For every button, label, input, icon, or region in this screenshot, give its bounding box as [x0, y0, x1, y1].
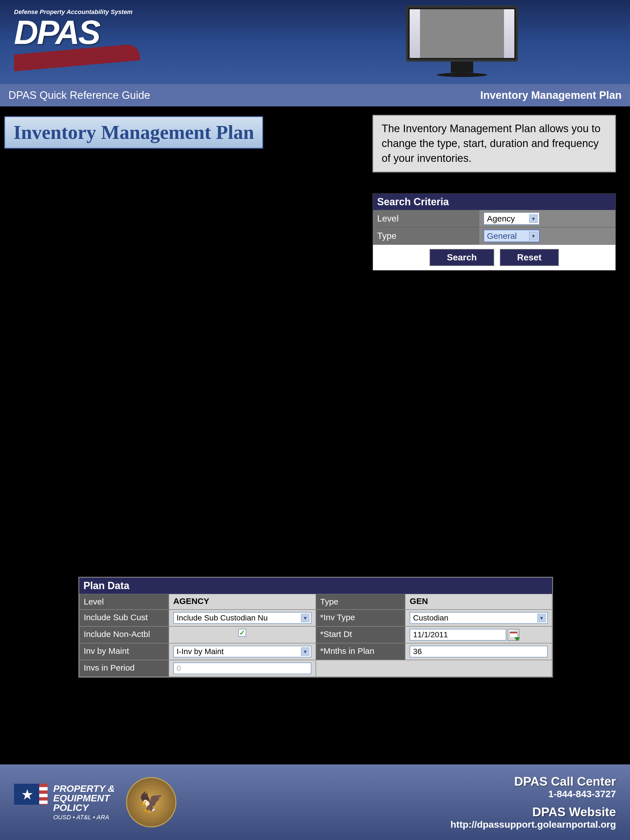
- inv-type-label: *Inv Type: [316, 609, 406, 626]
- mnths-in-plan-input[interactable]: 36: [410, 646, 548, 657]
- include-sub-cust-value: Include Sub Custodian Nu ▾: [169, 609, 316, 626]
- empty-cell: [316, 660, 552, 677]
- search-criteria-header: Search Criteria: [373, 194, 616, 210]
- include-non-actbl-checkbox[interactable]: ✓: [238, 629, 246, 637]
- pe-policy-logo: PROPERTY & EQUIPMENT POLICY OUSD • AT&L …: [14, 784, 115, 821]
- include-sub-cust-dropdown[interactable]: Include Sub Custodian Nu ▾: [173, 612, 311, 624]
- call-center-label: DPAS Call Center: [450, 774, 616, 788]
- plan-data-table: Level AGENCY Type GEN Include Sub Cust I…: [79, 594, 552, 677]
- intro-text: The Inventory Management Plan allows you…: [382, 121, 607, 166]
- pe-line3: POLICY: [53, 803, 115, 812]
- type-dropdown[interactable]: General ▾: [483, 230, 540, 242]
- plan-row-2: Include Sub Cust Include Sub Custodian N…: [79, 609, 552, 626]
- plan-data-panel: Plan Data Level AGENCY Type GEN Include …: [78, 577, 553, 677]
- include-sub-cust-dropdown-value: Include Sub Custodian Nu: [177, 613, 268, 622]
- subheader-bar: DPAS Quick Reference Guide Inventory Man…: [0, 84, 630, 106]
- dod-seal-icon: 🦅: [126, 777, 177, 827]
- search-criteria-panel: Search Criteria Level Agency ▾ Type Gene…: [373, 193, 616, 271]
- intro-box: The Inventory Management Plan allows you…: [373, 115, 616, 172]
- inv-by-maint-dropdown-value: I-Inv by Maint: [177, 647, 224, 656]
- type-dropdown-value: General: [487, 231, 517, 241]
- plan-level-label: Level: [79, 594, 169, 609]
- footer-right: DPAS Call Center 1-844-843-3727 DPAS Web…: [450, 774, 616, 830]
- chevron-down-icon: ▾: [529, 232, 538, 240]
- start-dt-label: *Start Dt: [316, 626, 406, 643]
- plan-row-5: Invs in Period 0: [79, 660, 552, 677]
- call-center-phone: 1-844-843-3727: [450, 788, 616, 799]
- dpas-swoosh: [14, 49, 140, 83]
- pe-line2: EQUIPMENT: [53, 793, 115, 803]
- dpas-logo: Defense Property Accountability System D…: [14, 8, 133, 47]
- invs-in-period-input[interactable]: 0: [173, 663, 311, 674]
- level-value-cell: Agency ▾: [479, 210, 616, 227]
- chevron-down-icon: ▾: [529, 215, 538, 223]
- criteria-row-level: Level Agency ▾: [373, 210, 616, 227]
- type-label: Type: [373, 227, 479, 245]
- footer-left: PROPERTY & EQUIPMENT POLICY OUSD • AT&L …: [14, 777, 177, 827]
- start-dt-input[interactable]: 11/1/2011: [410, 629, 506, 641]
- page-title: Inventory Management Plan: [13, 121, 254, 144]
- header-banner: Defense Property Accountability System D…: [0, 0, 630, 84]
- level-dropdown-value: Agency: [487, 214, 515, 223]
- search-button[interactable]: Search: [429, 249, 494, 266]
- criteria-row-type: Type General ▾: [373, 227, 616, 245]
- website-url: http://dpassupport.golearnportal.org: [450, 819, 616, 830]
- subheader-left: DPAS Quick Reference Guide: [8, 89, 150, 101]
- website-label: DPAS Website: [450, 805, 616, 819]
- chevron-down-icon: ▾: [537, 614, 546, 622]
- chevron-down-icon: ▾: [301, 647, 309, 656]
- plan-type-value: GEN: [405, 594, 552, 609]
- invs-in-period-label: Invs in Period: [79, 660, 169, 677]
- footer: PROPERTY & EQUIPMENT POLICY OUSD • AT&L …: [0, 764, 630, 840]
- inv-by-maint-value: I-Inv by Maint ▾: [169, 643, 316, 660]
- level-dropdown[interactable]: Agency ▾: [483, 212, 540, 225]
- include-non-actbl-value: ✓: [169, 626, 316, 643]
- plan-row-1: Level AGENCY Type GEN: [79, 594, 552, 609]
- inv-type-dropdown-value: Custodian: [413, 613, 448, 622]
- page-title-box: Inventory Management Plan: [4, 116, 263, 149]
- dpas-logo-text: DPAS: [14, 17, 133, 47]
- include-sub-cust-label: Include Sub Cust: [79, 609, 169, 626]
- plan-row-4: Inv by Maint I-Inv by Maint ▾ *Mnths in …: [79, 643, 552, 660]
- plan-data-header: Plan Data: [79, 578, 552, 594]
- plan-type-label: Type: [316, 594, 406, 609]
- inv-by-maint-dropdown[interactable]: I-Inv by Maint ▾: [173, 646, 311, 657]
- include-non-actbl-label: Include Non-Actbl: [79, 626, 169, 643]
- pe-sub: OUSD • AT&L • ARA: [53, 814, 115, 821]
- inv-by-maint-label: Inv by Maint: [79, 643, 169, 660]
- type-value-cell: General ▾: [479, 227, 616, 245]
- inv-type-value: Custodian ▾: [405, 609, 552, 626]
- reset-button[interactable]: Reset: [500, 249, 559, 266]
- subheader-right: Inventory Management Plan: [480, 89, 622, 101]
- search-button-row: Search Reset: [373, 245, 616, 270]
- pe-line1: PROPERTY &: [53, 784, 115, 793]
- monitor-illustration: [406, 6, 518, 78]
- calendar-icon[interactable]: [508, 629, 519, 641]
- mnths-in-plan-value: 36: [405, 643, 552, 660]
- mnths-in-plan-label: *Mnths in Plan: [316, 643, 406, 660]
- chevron-down-icon: ▾: [301, 614, 309, 622]
- inv-type-dropdown[interactable]: Custodian ▾: [410, 612, 548, 624]
- plan-level-value: AGENCY: [169, 594, 316, 609]
- plan-row-3: Include Non-Actbl ✓ *Start Dt 11/1/2011: [79, 626, 552, 643]
- level-label: Level: [373, 210, 479, 227]
- invs-in-period-value: 0: [169, 660, 316, 677]
- start-dt-value: 11/1/2011: [405, 626, 552, 643]
